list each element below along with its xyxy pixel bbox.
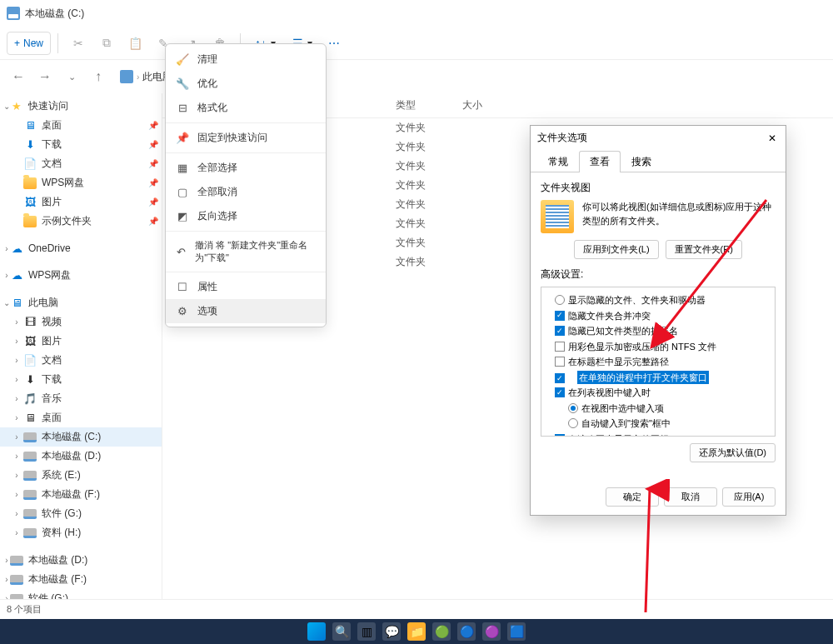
adv-option[interactable]: 在标题栏中显示完整路径 [545, 354, 771, 370]
ctx-optimize[interactable]: 🔧优化 [166, 72, 326, 96]
col-size[interactable]: 大小 [462, 98, 529, 112]
wrench-icon: 🔧 [176, 77, 189, 91]
task-icon[interactable]: 💬 [382, 622, 401, 641]
chrome-icon[interactable]: 🟢 [432, 622, 451, 641]
checkbox[interactable] [555, 357, 565, 367]
tab-search[interactable]: 搜索 [621, 151, 662, 172]
adv-option[interactable]: 显示隐藏的文件、文件夹和驱动器 [545, 292, 771, 308]
checkbox[interactable]: ✓ [555, 326, 565, 336]
sidebar-drive-c[interactable]: ›本地磁盘 (C:) [0, 427, 162, 447]
sidebar-item-label: 软件 (G:) [28, 592, 68, 599]
adv-option[interactable]: ✓在列表视图中键入时 [545, 385, 771, 401]
checkbox[interactable]: ✓ [555, 387, 565, 397]
sidebar-wps[interactable]: WPS网盘📌 [0, 173, 162, 192]
ok-button[interactable]: 确定 [606, 487, 659, 507]
adv-option-highlighted[interactable]: 在单独的进程中打开文件夹窗口 [577, 371, 709, 385]
sidebar-pictures2[interactable]: ›🖼图片 [0, 332, 162, 351]
adv-option[interactable]: 自动键入到"搜索"框中 [545, 416, 771, 432]
restore-defaults-button[interactable]: 还原为默认值(D) [690, 443, 776, 462]
sidebar-drive-d2[interactable]: ›本地磁盘 (D:) [0, 551, 162, 570]
ctx-invert[interactable]: ◩反向选择 [166, 204, 326, 228]
recent-button[interactable]: ⌄ [60, 65, 83, 88]
sidebar-desktop[interactable]: 🖥桌面📌 [0, 116, 162, 135]
sidebar-drive-f2[interactable]: ›本地磁盘 (F:) [0, 570, 162, 589]
sidebar-quick-access[interactable]: ⌄★快速访问 [0, 97, 162, 116]
close-button[interactable]: ✕ [766, 132, 779, 145]
checkbox[interactable]: ✓ [555, 434, 565, 437]
apply-button[interactable]: 应用(A) [722, 487, 776, 507]
task-icon[interactable]: 🔍 [332, 622, 351, 641]
col-type[interactable]: 类型 [396, 98, 462, 112]
ctx-select-all[interactable]: ▦全部选择 [166, 156, 326, 180]
start-button[interactable] [307, 622, 326, 641]
radio[interactable] [568, 418, 578, 428]
adv-option[interactable]: ✓隐藏文件夹合并冲突 [545, 308, 771, 324]
task-icon[interactable]: 🟦 [507, 622, 526, 641]
new-button[interactable]: + New [7, 32, 51, 55]
sidebar-drive-d[interactable]: ›本地磁盘 (D:) [0, 447, 162, 466]
ctx-pin[interactable]: 📌固定到快速访问 [166, 126, 326, 150]
sidebar-pictures[interactable]: 🖼图片📌 [0, 192, 162, 212]
sidebar-documents[interactable]: 📄文档📌 [0, 154, 162, 173]
folder-preview-icon [541, 200, 574, 233]
apply-to-folders-button[interactable]: 应用到文件夹(L) [574, 240, 658, 259]
sidebar-sample[interactable]: 示例文件夹📌 [0, 212, 162, 231]
adv-label: 在缩略图上显示文件图标 [568, 432, 669, 437]
sidebar-thispc[interactable]: ⌄🖥此电脑 [0, 293, 162, 312]
paste-button[interactable]: 📋 [122, 32, 148, 55]
sidebar-wpsdrive[interactable]: ›☁WPS网盘 [0, 266, 162, 285]
back-button[interactable]: ← [7, 65, 30, 88]
radio[interactable] [568, 403, 578, 413]
task-icon[interactable]: 🟣 [482, 622, 501, 641]
sidebar-item-label: 此电脑 [28, 296, 58, 310]
reset-folders-button[interactable]: 重置文件夹(R) [666, 240, 742, 259]
cut-button[interactable]: ✂ [65, 32, 92, 55]
cancel-button[interactable]: 取消 [664, 487, 717, 507]
sidebar-drive-g[interactable]: ›软件 (G:) [0, 504, 162, 523]
tab-view[interactable]: 查看 [579, 151, 621, 172]
group-title: 文件夹视图 [541, 181, 776, 195]
sidebar-music[interactable]: ›🎵音乐 [0, 389, 162, 408]
up-button[interactable]: ↑ [87, 65, 110, 88]
sidebar-documents2[interactable]: ›📄文档 [0, 351, 162, 370]
ctx-cleanup[interactable]: 🧹清理 [166, 47, 326, 72]
status-bar: 8 个项目 [0, 599, 833, 619]
sidebar-videos[interactable]: ›🎞视频 [0, 312, 162, 332]
ctx-options[interactable]: ⚙选项 [166, 299, 326, 323]
copy-button[interactable]: ⧉ [93, 32, 120, 55]
sidebar-onedrive[interactable]: ›☁OneDrive [0, 239, 162, 257]
tab-general[interactable]: 常规 [537, 151, 579, 172]
nav-row: ← → ⌄ ↑ › 此电脑 › 本地磁 [0, 60, 833, 93]
task-icon[interactable]: ▥ [357, 622, 376, 641]
forward-button[interactable]: → [33, 65, 57, 88]
adv-label: 隐藏文件夹合并冲突 [568, 309, 651, 323]
sidebar-drive-f[interactable]: ›本地磁盘 (F:) [0, 485, 162, 504]
ctx-properties[interactable]: ☐属性 [166, 275, 326, 299]
adv-option[interactable]: 用彩色显示加密或压缩的 NTFS 文件 [545, 339, 771, 355]
sidebar-drive-e[interactable]: ›系统 (E:) [0, 466, 162, 485]
sidebar-drive-h[interactable]: ›资料 (H:) [0, 523, 162, 542]
ctx-label: 选项 [197, 304, 217, 318]
adv-option[interactable]: ✓在缩略图上显示文件图标 [545, 432, 771, 437]
checkbox[interactable]: ✓ [555, 311, 565, 321]
folder-preview: 你可以将此视图(如详细信息或图标)应用于这种类型的所有文件夹。 [541, 200, 776, 233]
checkbox[interactable] [555, 342, 565, 352]
sidebar-drive-g2[interactable]: ›软件 (G:) [0, 589, 162, 599]
task-icon[interactable]: 🔵 [457, 622, 476, 641]
pictures-icon: 🖼 [23, 196, 37, 209]
explorer-icon[interactable]: 📁 [407, 622, 426, 641]
sidebar-item-label: 文档 [42, 353, 62, 367]
checkbox[interactable]: ✓ [555, 373, 565, 383]
dialog-body: 文件夹视图 你可以将此视图(如详细信息或图标)应用于这种类型的所有文件夹。 应用… [531, 172, 786, 479]
advanced-settings-list[interactable]: 显示隐藏的文件、文件夹和驱动器✓隐藏文件夹合并冲突✓隐藏已知文件类型的扩展名用彩… [541, 287, 776, 437]
ctx-select-none[interactable]: ▢全部取消 [166, 180, 326, 204]
ctx-format[interactable]: ⊟格式化 [166, 96, 326, 120]
sidebar-desktop2[interactable]: ›🖥桌面 [0, 408, 162, 427]
adv-option[interactable]: 在视图中选中键入项 [545, 401, 771, 417]
adv-label: 在列表视图中键入时 [568, 386, 651, 400]
adv-option[interactable]: ✓隐藏已知文件类型的扩展名 [545, 323, 771, 339]
radio[interactable] [555, 295, 565, 305]
sidebar-downloads2[interactable]: ›⬇下载 [0, 370, 162, 389]
ctx-undo[interactable]: ↶撤消 将 "新建文件夹"重命名为"下载" [166, 234, 326, 269]
sidebar-downloads[interactable]: ⬇下载📌 [0, 135, 162, 154]
